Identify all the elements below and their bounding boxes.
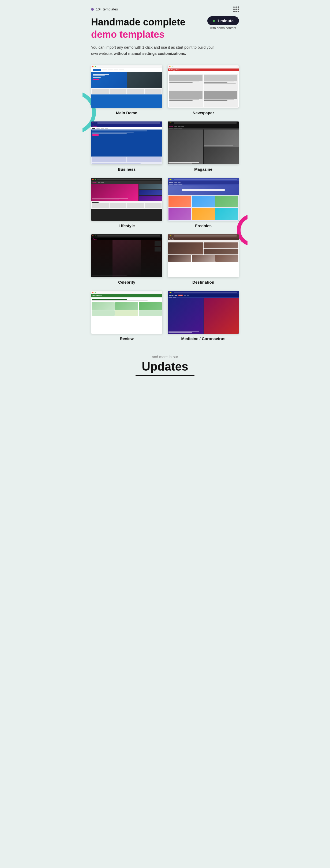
minute-label: 1 minute [217, 19, 233, 23]
mini-browser-freebies: inhype. [168, 178, 239, 221]
demo-label-main: Main Demo [116, 111, 137, 115]
title-left: Handmade complete demo templates [91, 16, 185, 40]
demo-label-business: Business [118, 167, 136, 172]
demo-thumbnail-newspaper: TheInhypeTimes [168, 65, 239, 108]
title-right: 1 minute with demo content [207, 16, 239, 30]
main-title-line1: Handmade complete [91, 16, 185, 28]
description: You can import any demo with 1 click and… [91, 44, 220, 57]
updates-section: and more in our Updates [91, 349, 239, 379]
badge-dot [91, 8, 94, 11]
demo-item-newspaper[interactable]: TheInhypeTimes [168, 65, 239, 115]
demo-thumbnail-destination: Traveller [168, 235, 239, 277]
mini-browser-review: inHype Review [91, 291, 162, 334]
demo-content-text: with demo content [210, 26, 236, 30]
main-title-line2: demo templates [91, 29, 185, 40]
demo-thumbnail-review: inHype Review [91, 291, 162, 334]
demo-label-review: Review [120, 336, 134, 341]
demo-grid: Main Demo TheInhypeTimes [91, 65, 239, 341]
description-bold: without manual settings customizations. [114, 51, 186, 56]
demo-item-lifestyle[interactable]: inhype. [91, 178, 162, 228]
demo-item-business[interactable]: inhype. [91, 122, 162, 172]
demo-label-freebies: Freebies [195, 223, 212, 228]
demo-thumbnail-celebrity: inhype. [91, 235, 162, 277]
demo-label-magazine: Magazine [194, 167, 213, 172]
demo-item-magazine[interactable]: inhype. [168, 122, 239, 172]
templates-count: 10+ templates [96, 7, 118, 11]
demo-label-medicine: Medicine / Coronavirus [181, 336, 225, 341]
demo-label-lifestyle: Lifestyle [119, 223, 135, 228]
templates-badge: 10+ templates [91, 7, 118, 11]
demo-item-main[interactable]: Main Demo [91, 65, 162, 115]
title-row: Handmade complete demo templates 1 minut… [91, 16, 239, 40]
demo-item-destination[interactable]: Traveller [168, 235, 239, 284]
demo-thumbnail-magazine: inhype. [168, 122, 239, 164]
page-wrapper: 10+ templates Handmade complete demo tem… [82, 0, 248, 392]
minute-badge: 1 minute [207, 16, 239, 25]
demo-item-review[interactable]: inHype Review [91, 291, 162, 341]
demo-label-celebrity: Celebrity [118, 280, 135, 284]
updates-underline [136, 375, 194, 376]
demo-label-destination: Destination [192, 280, 214, 284]
header-top: 10+ templates [91, 6, 239, 12]
demo-item-freebies[interactable]: inhype. [168, 178, 239, 228]
mini-browser-newspaper: TheInhypeTimes [168, 65, 239, 107]
demo-thumbnail-lifestyle: inhype. [91, 178, 162, 221]
grid-dots-icon [233, 6, 239, 12]
demo-thumbnail-business: inhype. [91, 122, 162, 164]
demo-item-medicine[interactable]: inHype.Covid inHype [168, 291, 239, 341]
mini-browser-medicine: inHype.Covid inHype [168, 291, 239, 334]
demo-item-celebrity[interactable]: inhype. [91, 235, 162, 284]
mini-browser-destination: Traveller [168, 235, 239, 277]
and-more-text: and more in our [91, 355, 239, 359]
mini-browser-business: inhype. [91, 122, 162, 164]
mini-browser-lifestyle: inhype. [91, 178, 162, 221]
demo-thumbnail-main [91, 65, 162, 108]
mini-browser-main [91, 65, 162, 108]
demo-thumbnail-freebies: inhype. [168, 178, 239, 221]
mini-browser-magazine: inhype. [168, 122, 239, 164]
demo-label-newspaper: Newspaper [193, 111, 214, 115]
demo-thumbnail-medicine: inHype.Covid inHype [168, 291, 239, 334]
updates-title: Updates [91, 360, 239, 373]
mini-browser-celebrity: inhype. [91, 235, 162, 277]
minute-dot [213, 20, 215, 22]
